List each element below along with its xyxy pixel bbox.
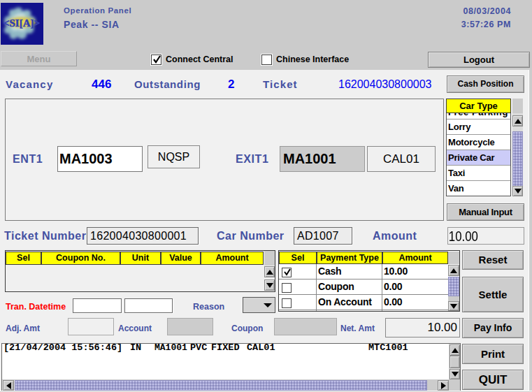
svg-text:<SI[A]>: <SI[A]>	[3, 17, 40, 29]
